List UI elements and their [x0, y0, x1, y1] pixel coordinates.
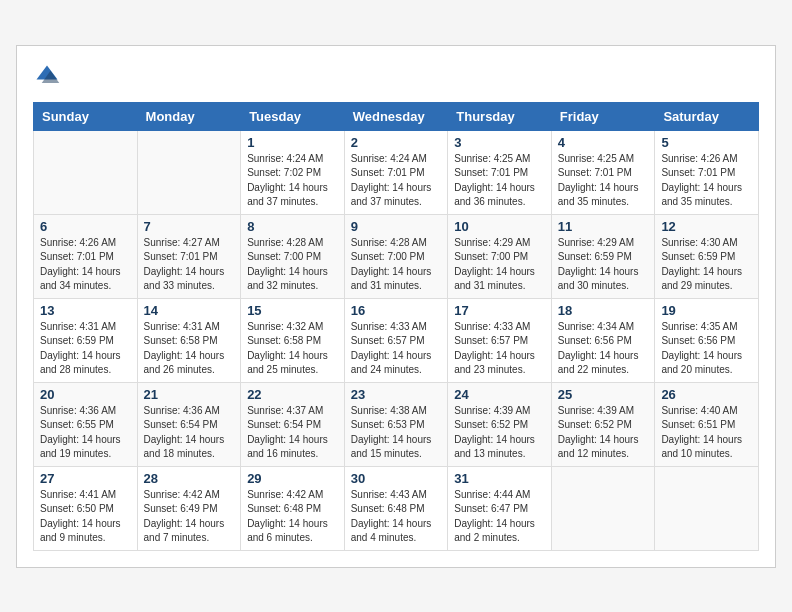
- day-number: 31: [454, 471, 545, 486]
- day-number: 30: [351, 471, 442, 486]
- day-number: 21: [144, 387, 235, 402]
- calendar-header-row: SundayMondayTuesdayWednesdayThursdayFrid…: [34, 102, 759, 130]
- day-info: Sunrise: 4:42 AM Sunset: 6:48 PM Dayligh…: [247, 488, 338, 546]
- day-number: 19: [661, 303, 752, 318]
- day-number: 15: [247, 303, 338, 318]
- calendar-cell: 25Sunrise: 4:39 AM Sunset: 6:52 PM Dayli…: [551, 382, 655, 466]
- day-number: 5: [661, 135, 752, 150]
- calendar-cell: 22Sunrise: 4:37 AM Sunset: 6:54 PM Dayli…: [241, 382, 345, 466]
- logo: [33, 62, 65, 90]
- day-info: Sunrise: 4:34 AM Sunset: 6:56 PM Dayligh…: [558, 320, 649, 378]
- day-number: 7: [144, 219, 235, 234]
- calendar-cell: [655, 466, 759, 550]
- day-info: Sunrise: 4:25 AM Sunset: 7:01 PM Dayligh…: [558, 152, 649, 210]
- calendar-cell: 12Sunrise: 4:30 AM Sunset: 6:59 PM Dayli…: [655, 214, 759, 298]
- column-header-friday: Friday: [551, 102, 655, 130]
- day-number: 29: [247, 471, 338, 486]
- calendar-cell: 20Sunrise: 4:36 AM Sunset: 6:55 PM Dayli…: [34, 382, 138, 466]
- calendar-cell: 9Sunrise: 4:28 AM Sunset: 7:00 PM Daylig…: [344, 214, 448, 298]
- calendar-cell: 15Sunrise: 4:32 AM Sunset: 6:58 PM Dayli…: [241, 298, 345, 382]
- column-header-monday: Monday: [137, 102, 241, 130]
- day-number: 3: [454, 135, 545, 150]
- column-header-sunday: Sunday: [34, 102, 138, 130]
- day-number: 12: [661, 219, 752, 234]
- day-info: Sunrise: 4:39 AM Sunset: 6:52 PM Dayligh…: [558, 404, 649, 462]
- calendar-cell: 16Sunrise: 4:33 AM Sunset: 6:57 PM Dayli…: [344, 298, 448, 382]
- calendar-cell: 26Sunrise: 4:40 AM Sunset: 6:51 PM Dayli…: [655, 382, 759, 466]
- day-number: 20: [40, 387, 131, 402]
- calendar-cell: 8Sunrise: 4:28 AM Sunset: 7:00 PM Daylig…: [241, 214, 345, 298]
- day-info: Sunrise: 4:35 AM Sunset: 6:56 PM Dayligh…: [661, 320, 752, 378]
- calendar-cell: 7Sunrise: 4:27 AM Sunset: 7:01 PM Daylig…: [137, 214, 241, 298]
- calendar-table: SundayMondayTuesdayWednesdayThursdayFrid…: [33, 102, 759, 551]
- calendar-cell: 3Sunrise: 4:25 AM Sunset: 7:01 PM Daylig…: [448, 130, 552, 214]
- calendar-cell: 19Sunrise: 4:35 AM Sunset: 6:56 PM Dayli…: [655, 298, 759, 382]
- day-info: Sunrise: 4:27 AM Sunset: 7:01 PM Dayligh…: [144, 236, 235, 294]
- calendar-cell: 11Sunrise: 4:29 AM Sunset: 6:59 PM Dayli…: [551, 214, 655, 298]
- calendar-cell: 23Sunrise: 4:38 AM Sunset: 6:53 PM Dayli…: [344, 382, 448, 466]
- calendar-cell: 6Sunrise: 4:26 AM Sunset: 7:01 PM Daylig…: [34, 214, 138, 298]
- calendar-week-row: 13Sunrise: 4:31 AM Sunset: 6:59 PM Dayli…: [34, 298, 759, 382]
- day-number: 17: [454, 303, 545, 318]
- calendar-cell: 30Sunrise: 4:43 AM Sunset: 6:48 PM Dayli…: [344, 466, 448, 550]
- day-number: 24: [454, 387, 545, 402]
- calendar-cell: 17Sunrise: 4:33 AM Sunset: 6:57 PM Dayli…: [448, 298, 552, 382]
- day-info: Sunrise: 4:40 AM Sunset: 6:51 PM Dayligh…: [661, 404, 752, 462]
- column-header-saturday: Saturday: [655, 102, 759, 130]
- day-info: Sunrise: 4:28 AM Sunset: 7:00 PM Dayligh…: [351, 236, 442, 294]
- column-header-tuesday: Tuesday: [241, 102, 345, 130]
- day-number: 22: [247, 387, 338, 402]
- calendar-cell: 21Sunrise: 4:36 AM Sunset: 6:54 PM Dayli…: [137, 382, 241, 466]
- calendar-cell: 14Sunrise: 4:31 AM Sunset: 6:58 PM Dayli…: [137, 298, 241, 382]
- day-number: 18: [558, 303, 649, 318]
- calendar-container: SundayMondayTuesdayWednesdayThursdayFrid…: [16, 45, 776, 568]
- day-number: 9: [351, 219, 442, 234]
- day-number: 1: [247, 135, 338, 150]
- day-info: Sunrise: 4:28 AM Sunset: 7:00 PM Dayligh…: [247, 236, 338, 294]
- day-info: Sunrise: 4:26 AM Sunset: 7:01 PM Dayligh…: [40, 236, 131, 294]
- calendar-cell: 1Sunrise: 4:24 AM Sunset: 7:02 PM Daylig…: [241, 130, 345, 214]
- day-number: 8: [247, 219, 338, 234]
- day-info: Sunrise: 4:44 AM Sunset: 6:47 PM Dayligh…: [454, 488, 545, 546]
- calendar-week-row: 27Sunrise: 4:41 AM Sunset: 6:50 PM Dayli…: [34, 466, 759, 550]
- day-number: 16: [351, 303, 442, 318]
- day-info: Sunrise: 4:33 AM Sunset: 6:57 PM Dayligh…: [454, 320, 545, 378]
- day-info: Sunrise: 4:26 AM Sunset: 7:01 PM Dayligh…: [661, 152, 752, 210]
- calendar-cell: 18Sunrise: 4:34 AM Sunset: 6:56 PM Dayli…: [551, 298, 655, 382]
- day-info: Sunrise: 4:25 AM Sunset: 7:01 PM Dayligh…: [454, 152, 545, 210]
- logo-icon: [33, 62, 61, 90]
- day-number: 2: [351, 135, 442, 150]
- day-number: 6: [40, 219, 131, 234]
- day-info: Sunrise: 4:41 AM Sunset: 6:50 PM Dayligh…: [40, 488, 131, 546]
- day-number: 10: [454, 219, 545, 234]
- day-number: 11: [558, 219, 649, 234]
- day-number: 14: [144, 303, 235, 318]
- day-number: 28: [144, 471, 235, 486]
- day-info: Sunrise: 4:24 AM Sunset: 7:01 PM Dayligh…: [351, 152, 442, 210]
- calendar-cell: 10Sunrise: 4:29 AM Sunset: 7:00 PM Dayli…: [448, 214, 552, 298]
- day-info: Sunrise: 4:36 AM Sunset: 6:54 PM Dayligh…: [144, 404, 235, 462]
- day-info: Sunrise: 4:39 AM Sunset: 6:52 PM Dayligh…: [454, 404, 545, 462]
- day-info: Sunrise: 4:42 AM Sunset: 6:49 PM Dayligh…: [144, 488, 235, 546]
- day-info: Sunrise: 4:33 AM Sunset: 6:57 PM Dayligh…: [351, 320, 442, 378]
- calendar-cell: 28Sunrise: 4:42 AM Sunset: 6:49 PM Dayli…: [137, 466, 241, 550]
- day-info: Sunrise: 4:38 AM Sunset: 6:53 PM Dayligh…: [351, 404, 442, 462]
- day-number: 27: [40, 471, 131, 486]
- day-info: Sunrise: 4:36 AM Sunset: 6:55 PM Dayligh…: [40, 404, 131, 462]
- day-info: Sunrise: 4:31 AM Sunset: 6:59 PM Dayligh…: [40, 320, 131, 378]
- day-info: Sunrise: 4:30 AM Sunset: 6:59 PM Dayligh…: [661, 236, 752, 294]
- calendar-week-row: 6Sunrise: 4:26 AM Sunset: 7:01 PM Daylig…: [34, 214, 759, 298]
- day-number: 13: [40, 303, 131, 318]
- column-header-thursday: Thursday: [448, 102, 552, 130]
- calendar-cell: 5Sunrise: 4:26 AM Sunset: 7:01 PM Daylig…: [655, 130, 759, 214]
- calendar-cell: [34, 130, 138, 214]
- calendar-week-row: 20Sunrise: 4:36 AM Sunset: 6:55 PM Dayli…: [34, 382, 759, 466]
- calendar-cell: [137, 130, 241, 214]
- calendar-header: [33, 62, 759, 90]
- day-info: Sunrise: 4:29 AM Sunset: 7:00 PM Dayligh…: [454, 236, 545, 294]
- calendar-cell: 29Sunrise: 4:42 AM Sunset: 6:48 PM Dayli…: [241, 466, 345, 550]
- day-info: Sunrise: 4:31 AM Sunset: 6:58 PM Dayligh…: [144, 320, 235, 378]
- calendar-week-row: 1Sunrise: 4:24 AM Sunset: 7:02 PM Daylig…: [34, 130, 759, 214]
- day-info: Sunrise: 4:29 AM Sunset: 6:59 PM Dayligh…: [558, 236, 649, 294]
- day-number: 26: [661, 387, 752, 402]
